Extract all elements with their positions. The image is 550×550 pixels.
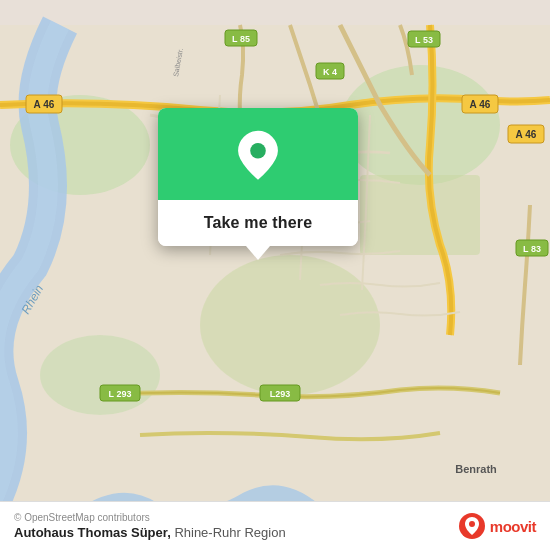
copyright-text: © OpenStreetMap contributors — [14, 512, 286, 523]
map-background: A 46 A 46 A 46 L 85 K 4 L 53 L 83 L 293 … — [0, 0, 550, 550]
svg-rect-5 — [360, 175, 480, 255]
svg-text:A 46: A 46 — [34, 99, 55, 110]
svg-point-27 — [250, 143, 266, 159]
svg-text:L293: L293 — [270, 389, 291, 399]
svg-text:L 83: L 83 — [523, 244, 541, 254]
popup-icon-area — [158, 108, 358, 200]
popup-card: Take me there — [158, 108, 358, 246]
location-region: Rhine-Ruhr Region — [174, 525, 285, 540]
map-container: A 46 A 46 A 46 L 85 K 4 L 53 L 83 L 293 … — [0, 0, 550, 550]
take-me-there-button[interactable]: Take me there — [158, 200, 358, 246]
bottom-left: © OpenStreetMap contributors Autohaus Th… — [14, 512, 286, 540]
svg-point-3 — [200, 255, 380, 395]
location-name: Autohaus Thomas Süper, — [14, 525, 171, 540]
svg-text:Benrath: Benrath — [455, 463, 497, 475]
location-title: Autohaus Thomas Süper, Rhine-Ruhr Region — [14, 525, 286, 540]
svg-point-29 — [469, 521, 475, 527]
svg-text:L 53: L 53 — [415, 35, 433, 45]
svg-text:A 46: A 46 — [470, 99, 491, 110]
svg-text:L 85: L 85 — [232, 34, 250, 44]
moovit-text: moovit — [490, 518, 536, 535]
moovit-brand-icon — [458, 512, 486, 540]
location-pin-icon — [232, 130, 284, 182]
svg-text:K 4: K 4 — [323, 67, 337, 77]
moovit-logo: moovit — [458, 512, 536, 540]
svg-text:A 46: A 46 — [516, 129, 537, 140]
bottom-bar: © OpenStreetMap contributors Autohaus Th… — [0, 501, 550, 550]
svg-point-4 — [40, 335, 160, 415]
svg-text:L 293: L 293 — [109, 389, 132, 399]
popup-tail — [246, 246, 270, 260]
